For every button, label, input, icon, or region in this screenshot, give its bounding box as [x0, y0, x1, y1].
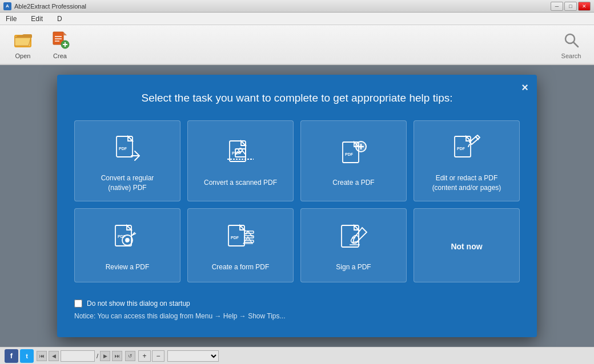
zoom-in-button[interactable]: +: [138, 350, 151, 362]
social-buttons: f t: [5, 349, 34, 363]
notice-text: Notice: You can access this dialog from …: [74, 312, 520, 320]
title-bar: A Able2Extract Professional ─ □ ✕: [0, 0, 594, 13]
task-selection-dialog: × Select the task you want to complete t…: [57, 75, 537, 338]
checkbox-row: Do not show this dialog on startup: [74, 300, 520, 308]
no-show-label[interactable]: Do not show this dialog on startup: [87, 300, 190, 308]
facebook-button[interactable]: f: [5, 349, 18, 363]
app-title: Able2Extract Professional: [14, 3, 86, 10]
convert-scanned-label: Convert a scanned PDF: [204, 178, 277, 188]
twitter-button[interactable]: t: [20, 349, 34, 363]
pdf-sign-icon: [336, 221, 371, 256]
task-review-pdf[interactable]: PDF Review a PDF: [74, 208, 180, 282]
dialog-close-button[interactable]: ×: [521, 82, 528, 93]
tasks-grid: PDF Convert a regular(native) PDF PDF: [74, 120, 520, 283]
task-not-now[interactable]: Not now: [414, 208, 520, 282]
menu-file[interactable]: File: [3, 14, 19, 24]
zoom-select[interactable]: [167, 350, 219, 362]
not-now-label: Not now: [451, 241, 482, 253]
dialog-overlay: × Select the task you want to complete t…: [0, 65, 594, 347]
zoom-controls: + −: [138, 350, 164, 362]
window-close-button[interactable]: ✕: [578, 2, 591, 11]
page-input[interactable]: [61, 350, 95, 362]
task-create-form[interactable]: PDF Create a form PDF: [187, 208, 294, 282]
create-label: Crea: [53, 52, 67, 59]
title-bar-controls: ─ □ ✕: [551, 2, 591, 11]
main-area: × Select the task you want to complete t…: [0, 65, 594, 347]
search-icon: [561, 30, 581, 50]
nav-next-button[interactable]: ▶: [100, 351, 110, 361]
task-edit-redact[interactable]: PDF Edit or redact a PDF(content and/or …: [414, 120, 520, 202]
nav-last-button[interactable]: ⏭: [112, 351, 122, 361]
search-label: Search: [561, 52, 581, 59]
menu-d[interactable]: D: [54, 14, 65, 24]
nav-prev-button[interactable]: ◀: [49, 351, 59, 361]
refresh-button[interactable]: ↺: [125, 351, 135, 361]
task-create-pdf[interactable]: PDF Create a PDF: [300, 120, 407, 202]
nav-first-button[interactable]: ⏮: [37, 351, 47, 361]
app-icon: A: [3, 2, 11, 10]
convert-native-label: Convert a regular(native) PDF: [101, 173, 154, 193]
svg-point-29: [126, 238, 129, 242]
page-separator: /: [97, 353, 98, 359]
svg-text:PDF: PDF: [119, 147, 127, 151]
maximize-button[interactable]: □: [564, 2, 577, 11]
title-bar-left: A Able2Extract Professional: [3, 2, 86, 10]
create-form-label: Create a form PDF: [212, 262, 270, 272]
pdf-review-icon: PDF: [110, 221, 145, 256]
svg-line-25: [468, 144, 469, 147]
dialog-footer: Do not show this dialog on startup Notic…: [74, 297, 520, 320]
minimize-button[interactable]: ─: [551, 2, 563, 11]
create-button[interactable]: Crea: [43, 28, 77, 61]
task-sign-pdf[interactable]: Sign a PDF: [300, 208, 407, 282]
svg-text:PDF: PDF: [118, 234, 126, 238]
create-icon: [50, 30, 70, 50]
pdf-convert-icon: PDF: [110, 132, 145, 167]
svg-text:PDF: PDF: [345, 152, 354, 156]
pdf-create-icon: PDF: [336, 137, 371, 171]
svg-rect-37: [342, 225, 359, 247]
menu-bar: File Edit D: [0, 13, 594, 25]
toolbar: Open Crea Search: [0, 25, 594, 65]
status-bar: f t ⏮ ◀ / ▶ ⏭ ↺ + −: [0, 347, 594, 364]
svg-text:PDF: PDF: [457, 147, 465, 151]
sign-pdf-label: Sign a PDF: [336, 262, 371, 272]
dialog-title: Select the task you want to complete to …: [74, 92, 520, 104]
create-pdf-label: Create a PDF: [332, 178, 374, 188]
pdf-edit-icon: PDF: [449, 132, 484, 167]
pdf-scan-icon: PDF: [223, 137, 258, 171]
review-pdf-label: Review a PDF: [106, 262, 150, 272]
open-folder-icon: [13, 30, 33, 50]
svg-line-9: [573, 42, 578, 47]
edit-redact-label: Edit or redact a PDF(content and/or page…: [432, 173, 501, 193]
open-label: Open: [15, 52, 31, 59]
svg-text:PDF: PDF: [231, 236, 239, 240]
navigation-controls: ⏮ ◀ / ▶ ⏭: [37, 350, 122, 362]
search-button[interactable]: Search: [554, 28, 588, 61]
zoom-out-button[interactable]: −: [152, 350, 164, 362]
open-button[interactable]: Open: [6, 28, 40, 61]
no-show-checkbox[interactable]: [74, 300, 82, 308]
pdf-form-icon: PDF: [223, 221, 258, 256]
svg-line-24: [475, 136, 479, 140]
task-convert-scanned[interactable]: PDF Convert a scanned PDF: [187, 120, 294, 202]
menu-edit[interactable]: Edit: [28, 14, 46, 24]
task-convert-native[interactable]: PDF Convert a regular(native) PDF: [74, 120, 180, 202]
